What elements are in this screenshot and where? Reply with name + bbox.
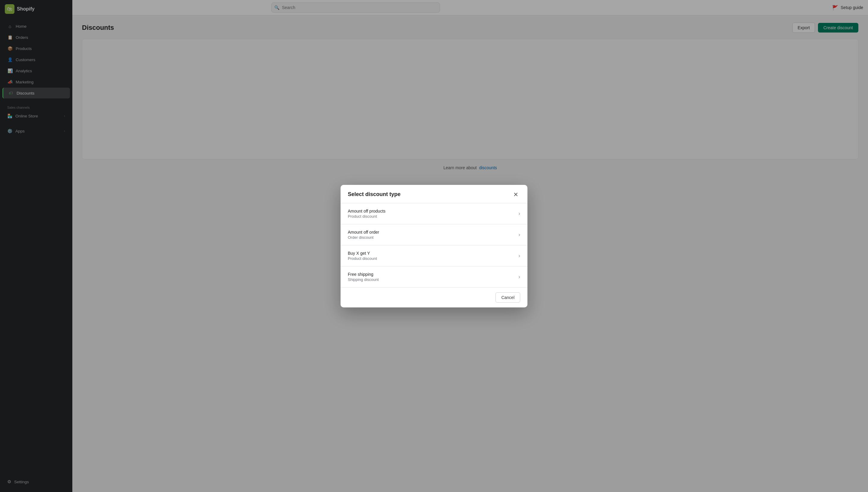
discount-option-title: Amount off order bbox=[348, 230, 379, 235]
discount-option-title: Amount off products bbox=[348, 209, 385, 214]
discount-option-title: Buy X get Y bbox=[348, 251, 377, 256]
chevron-right-icon: › bbox=[518, 253, 520, 259]
modal-title: Select discount type bbox=[348, 191, 401, 198]
discount-option-subtitle: Product discount bbox=[348, 256, 377, 261]
discount-option-text: Buy X get Y Product discount bbox=[348, 251, 377, 261]
modal-footer: Cancel bbox=[341, 287, 527, 308]
discount-option-subtitle: Shipping discount bbox=[348, 277, 379, 282]
modal-body: Amount off products Product discount › A… bbox=[341, 203, 527, 287]
modal-close-button[interactable]: ✕ bbox=[512, 191, 520, 198]
cancel-button[interactable]: Cancel bbox=[495, 292, 520, 303]
discount-option-amount-off-products[interactable]: Amount off products Product discount › bbox=[341, 203, 527, 224]
chevron-right-icon: › bbox=[518, 231, 520, 238]
discount-option-text: Free shipping Shipping discount bbox=[348, 272, 379, 282]
discount-option-free-shipping[interactable]: Free shipping Shipping discount › bbox=[341, 267, 527, 287]
discount-option-amount-off-order[interactable]: Amount off order Order discount › bbox=[341, 224, 527, 245]
chevron-right-icon: › bbox=[518, 274, 520, 280]
discount-option-buy-x-get-y[interactable]: Buy X get Y Product discount › bbox=[341, 245, 527, 267]
discount-option-text: Amount off order Order discount bbox=[348, 230, 379, 240]
modal-header: Select discount type ✕ bbox=[341, 185, 527, 203]
discount-option-subtitle: Product discount bbox=[348, 214, 385, 219]
discount-option-subtitle: Order discount bbox=[348, 235, 379, 240]
discount-option-text: Amount off products Product discount bbox=[348, 209, 385, 219]
discount-option-title: Free shipping bbox=[348, 272, 379, 277]
modal: Select discount type ✕ Amount off produc… bbox=[341, 185, 527, 308]
modal-overlay: Select discount type ✕ Amount off produc… bbox=[0, 0, 868, 492]
chevron-right-icon: › bbox=[518, 211, 520, 217]
